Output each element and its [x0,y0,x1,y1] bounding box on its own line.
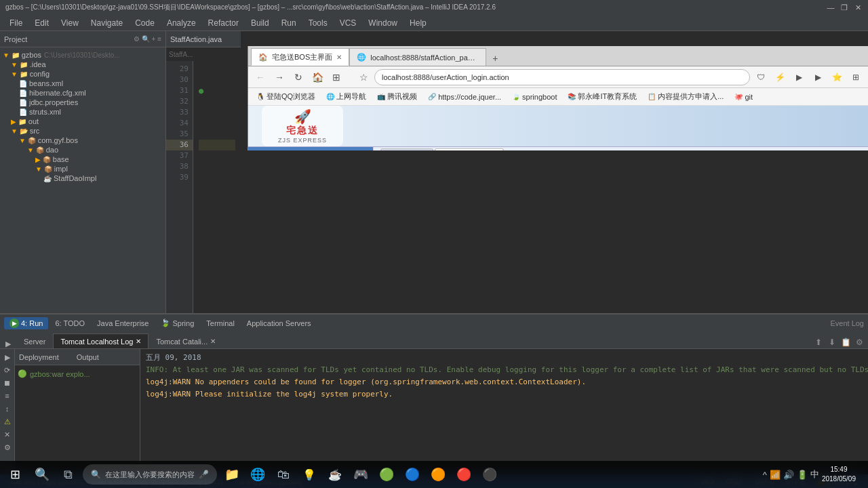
run-tab-java[interactable]: Java Enterprise [92,318,154,329]
taskbar-clock[interactable]: 15:49 2018/05/09 [822,465,856,484]
menu-code[interactable]: Code [130,17,160,29]
run-tab-todo[interactable]: 6: TODO [50,318,90,329]
menu-tools[interactable]: Tools [303,17,333,29]
log-action-1[interactable]: ⬆ [812,336,825,348]
menu-refactor[interactable]: Refactor [203,17,244,29]
menu-window[interactable]: Window [363,17,403,29]
bookmark-content[interactable]: 📋 内容提供方申请入... [644,90,728,103]
log-btn-scroll[interactable]: ↕ [2,403,13,414]
play-icon[interactable]: ▶ [810,69,826,85]
tab-staff-settings[interactable]: 取派员设置 ✕ [435,148,504,150]
log-btn-close[interactable]: ✕ [2,429,13,440]
tree-staffdaoimpl[interactable]: ☕ StaffDaoImpl [0,174,165,183]
tab-messages[interactable]: 消息中心 [380,148,433,150]
menu-analyze[interactable]: Analyze [161,17,201,29]
browser-tab-1-close[interactable]: ✕ [336,54,342,61]
tree-comgyfbos[interactable]: ▼ 📦 com.gyf.bos [0,136,165,145]
log-action-3[interactable]: 📋 [840,336,852,348]
taskbar-app-6[interactable]: 🎮 [349,462,373,487]
tab-tomcat-catalina[interactable]: Tomcat Catali... ✕ [149,333,223,348]
menu-build[interactable]: Build [245,17,275,29]
log-btn-list[interactable]: ≡ [2,390,13,401]
log-action-2[interactable]: ⬇ [826,336,838,348]
log-btn-refresh[interactable]: ⟳ [2,365,13,375]
taskbar-edge[interactable]: 🌐 [245,462,270,487]
tray-input[interactable]: 中 [810,468,819,481]
bookmark-tencent-video[interactable]: 📺 腾讯视频 [373,90,421,103]
taskbar-app-7[interactable]: 🟢 [374,462,399,487]
log-btn-warn[interactable]: ⚠ [2,416,13,427]
tree-beans[interactable]: 📄 beans.xml [0,79,165,88]
tree-out[interactable]: ▶ 📁 out [0,117,165,126]
tab-server[interactable]: Server [16,333,53,348]
tab-tomcat-localhost-close[interactable]: ✕ [136,338,141,345]
tree-dao[interactable]: ▼ 📦 dao [0,145,165,155]
menu-vcs[interactable]: VCS [334,17,362,29]
log-btn-stop[interactable]: ⏹ [2,378,13,388]
tray-battery[interactable]: 🔋 [797,470,808,480]
event-log-label[interactable]: Event Log [830,319,864,327]
menu-file[interactable]: File [4,17,28,29]
taskbar-search-btn[interactable]: 🔍 [30,462,54,487]
tree-hibernate[interactable]: 📄 hibernate.cfg.xml [0,88,165,98]
tree-src[interactable]: ▼ 📂 src [0,126,165,136]
grid-icon[interactable]: ⊞ [848,69,864,85]
taskbar-app-9[interactable]: 🟠 [426,462,450,487]
bookmark-git[interactable]: 🐙 git [730,92,757,102]
menu-help[interactable]: Help [404,17,432,29]
start-button[interactable]: ⊞ [3,462,27,487]
bookmark-jquery[interactable]: 🔗 https://code.jquer... [424,92,505,102]
address-bar[interactable] [374,69,750,85]
tray-network[interactable]: 📶 [770,470,781,480]
star-2-icon[interactable]: ⭐ [829,69,845,85]
shield-icon[interactable]: 🛡 [753,69,769,85]
tree-config[interactable]: ▼ 📁 config [0,69,165,79]
arrow-right-icon[interactable]: ▶ [791,69,807,85]
log-action-4[interactable]: ⚙ [853,336,865,348]
tab-tomcat-catalina-close[interactable]: ✕ [210,338,216,345]
run-tab-appservers[interactable]: Application Servers [241,318,317,329]
minimize-button[interactable]: — [826,3,835,12]
taskbar-task-view[interactable]: ⧉ [56,462,80,487]
server-icon[interactable]: ▶ [5,340,11,348]
taskbar-app-10[interactable]: 🔴 [452,462,476,487]
taskbar-app-11[interactable]: ⚫ [477,462,502,487]
lightning-icon[interactable]: ⚡ [772,69,788,85]
refresh-button[interactable]: ↻ [290,69,307,85]
taskbar-search-box[interactable]: 🔍 在这里输入你要搜索的内容 🎤 [83,464,217,485]
run-tab-run[interactable]: ▶ 4: Run [4,317,48,329]
taskbar-store[interactable]: 🛍 [271,462,296,487]
browser-tab-1[interactable]: 🏠 宅急送BOS主界面 ✕ [251,48,349,66]
menu-navigate[interactable]: Navigate [85,17,128,29]
tree-jdbc[interactable]: 📄 jdbc.properties [0,98,165,107]
close-button[interactable]: ✕ [853,3,863,12]
editor-content[interactable]: ● [193,61,241,313]
bookmark-guo[interactable]: 📚 郭永峰IT教育系统 [564,90,641,103]
taskbar-app-8[interactable]: 🔵 [400,462,425,487]
home-button[interactable]: 🏠 [309,69,326,85]
run-tab-spring[interactable]: 🍃 Spring [155,317,199,329]
taskbar-file-explorer[interactable]: 📁 [220,462,244,487]
bookmark-qq[interactable]: 🐧 登陆QQ浏览器 [252,90,319,103]
bookmark-springboot[interactable]: 🍃 springboot [508,92,561,102]
tree-idea[interactable]: ▼ 📁 .idea [0,60,165,69]
tree-root-gzbos[interactable]: ▼ 📁 gzbos C:\Users\10301\Deskto... [0,50,165,60]
tree-impl[interactable]: ▼ 📦 impl [0,164,165,174]
tab-manage-button[interactable]: ⊞ [328,69,344,85]
browser-tab-2[interactable]: 🌐 localhost:8888/staffAction_pageQu... [349,48,486,66]
tray-chevron[interactable]: ^ [763,470,767,480]
tab-tomcat-localhost[interactable]: Tomcat Localhost Log ✕ [53,333,149,348]
menu-view[interactable]: View [56,17,84,29]
taskbar-java[interactable]: ☕ [323,462,347,487]
run-tab-terminal[interactable]: Terminal [201,318,240,329]
forward-button[interactable]: → [271,69,288,85]
log-btn-run[interactable]: ▶ [2,352,13,363]
back-button[interactable]: ← [252,69,269,85]
tree-struts[interactable]: 📄 struts.xml [0,107,165,117]
bookmark-nav[interactable]: 🌐 上网导航 [322,90,370,103]
menu-edit[interactable]: Edit [29,17,54,29]
tree-base[interactable]: ▶ 📦 base [0,155,165,164]
taskbar-intellij[interactable]: 💡 [297,462,321,487]
add-tab-button[interactable]: + [488,51,502,66]
star-button[interactable]: ☆ [355,69,372,85]
